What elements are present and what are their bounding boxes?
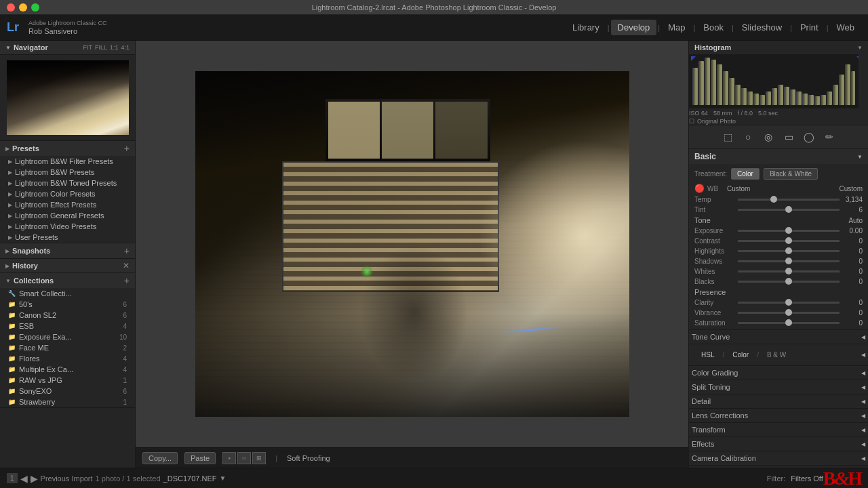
bw-label[interactable]: B & W (763, 350, 790, 360)
collection-canon-sl2[interactable]: 📁 Canon SL2 6 (0, 310, 135, 321)
nav-print[interactable]: Print (793, 20, 825, 35)
shadows-thumb[interactable] (785, 258, 792, 264)
clarity-slider[interactable] (738, 302, 840, 304)
maximize-button[interactable] (31, 3, 39, 12)
color-button[interactable]: Color (731, 168, 760, 180)
blacks-thumb[interactable] (785, 278, 792, 285)
preset-group-user[interactable]: ▶ User Presets (0, 232, 135, 243)
tint-slider[interactable] (738, 209, 840, 211)
collection-face-me[interactable]: 📁 Face ME 2 (0, 342, 135, 353)
preset-group-general[interactable]: ▶ Lightroom General Presets (0, 210, 135, 221)
collection-multiple[interactable]: 📁 Multiple Ex Ca... 4 (0, 364, 135, 375)
lens-corrections-section[interactable]: Lens Corrections ◀ (689, 409, 868, 423)
prev-photo-button[interactable]: ◀ (20, 473, 28, 484)
preset-group-video[interactable]: ▶ Lightroom Video Presets (0, 221, 135, 232)
collection-50s[interactable]: 📁 50's 6 (0, 299, 135, 310)
zoom-fill[interactable]: FILL (95, 44, 107, 51)
hsl-label[interactable]: HSL (697, 350, 718, 360)
collection-smart[interactable]: 🔧 Smart Collecti... (0, 288, 135, 299)
contrast-slider[interactable] (738, 240, 840, 242)
collection-raw-jpg[interactable]: 📁 RAW vs JPG 1 (0, 375, 135, 386)
photo-canvas[interactable] (195, 71, 629, 417)
preset-group-bwfilter[interactable]: ▶ Lightroom B&W Filter Presets (0, 156, 135, 167)
saturation-thumb[interactable] (785, 319, 792, 326)
transform-section[interactable]: Transform ◀ (689, 423, 868, 437)
collection-exposure[interactable]: 📁 Exposure Exa... 10 (0, 331, 135, 342)
zoom-4-1[interactable]: 4:1 (121, 44, 130, 51)
temp-slider[interactable] (738, 199, 840, 201)
hsl-section[interactable]: HSL / Color / B & W ◀ (689, 344, 868, 366)
nav-develop[interactable]: Develop (611, 20, 657, 35)
temp-thumb[interactable] (770, 196, 777, 203)
nav-book[interactable]: Book (696, 20, 730, 35)
highlights-slider[interactable] (738, 250, 840, 252)
contrast-thumb[interactable] (785, 237, 792, 244)
nav-map[interactable]: Map (661, 20, 692, 35)
zoom-fit[interactable]: FIT (83, 44, 92, 51)
split-toning-section[interactable]: Split Toning ◀ (689, 380, 868, 394)
nav-slideshow[interactable]: Slideshow (735, 20, 789, 35)
adjustment-brush-tool[interactable]: ✏ (822, 129, 837, 144)
close-button[interactable] (7, 3, 15, 12)
nav-web[interactable]: Web (830, 20, 862, 35)
presets-header[interactable]: ▶ Presets + (0, 141, 135, 156)
wb-eyedropper-icon[interactable]: 🔴 (694, 184, 705, 193)
blacks-slider[interactable] (738, 281, 840, 283)
tone-curve-section[interactable]: Tone Curve ◀ (689, 330, 868, 344)
preset-group-bwtoned[interactable]: ▶ Lightroom B&W Toned Presets (0, 178, 135, 188)
presets-add-button[interactable]: + (124, 143, 130, 154)
crop-tool[interactable]: ⬚ (720, 129, 735, 144)
survey-view-button[interactable]: ⊞ (252, 452, 266, 464)
preset-group-effect[interactable]: ▶ Lightroom Effect Presets (0, 199, 135, 210)
detail-section[interactable]: Detail ◀ (689, 394, 868, 409)
checkbox-icon[interactable]: ☐ (689, 118, 694, 125)
snapshots-header[interactable]: ▶ Snapshots + (0, 243, 135, 258)
graduated-filter-tool[interactable]: ▭ (781, 129, 796, 144)
vibrance-slider[interactable] (738, 312, 840, 314)
previous-import-label[interactable]: Previous Import (41, 474, 93, 483)
preset-group-color[interactable]: ▶ Lightroom Color Presets (0, 188, 135, 199)
nav-library[interactable]: Library (566, 20, 606, 35)
collections-add-button[interactable]: + (124, 275, 130, 286)
history-clear-button[interactable]: ✕ (123, 261, 130, 270)
compare-view-button[interactable]: ▫▫ (237, 452, 251, 464)
soft-proofing-label[interactable]: Soft Proofing (287, 454, 330, 462)
next-photo-button[interactable]: ▶ (31, 473, 38, 484)
bw-button[interactable]: Black & White (764, 168, 818, 180)
collection-esb[interactable]: 📁 ESB 4 (0, 321, 135, 331)
snapshots-add-button[interactable]: + (124, 245, 130, 256)
exposure-thumb[interactable] (785, 227, 792, 234)
radial-filter-tool[interactable]: ◯ (802, 129, 816, 144)
tint-thumb[interactable] (785, 206, 792, 213)
auto-button[interactable]: Auto (848, 217, 863, 224)
color-grading-section[interactable]: Color Grading ◀ (689, 366, 868, 380)
single-view-button[interactable]: ▪ (222, 452, 236, 464)
collection-flores[interactable]: 📁 Flores 4 (0, 353, 135, 364)
whites-slider[interactable] (738, 270, 840, 272)
navigator-thumbnail[interactable] (7, 60, 129, 135)
vibrance-thumb[interactable] (785, 309, 792, 316)
histogram-expand[interactable]: ▼ (857, 45, 863, 51)
history-header[interactable]: ▶ History ✕ (0, 259, 135, 272)
shadows-slider[interactable] (738, 260, 840, 262)
collections-header[interactable]: ▼ Collections + (0, 273, 135, 288)
red-eye-tool[interactable]: ◎ (761, 129, 776, 144)
preset-group-bw[interactable]: ▶ Lightroom B&W Presets (0, 167, 135, 178)
whites-thumb[interactable] (785, 268, 792, 274)
navigator-header[interactable]: ▼ Navigator FIT FILL 1:1 4:1 (0, 41, 135, 55)
highlights-thumb[interactable] (785, 247, 792, 254)
clarity-thumb[interactable] (785, 299, 792, 306)
filename-dropdown[interactable]: ▼ (219, 474, 226, 482)
camera-calibration-section[interactable]: Camera Calibration ◀ (689, 451, 868, 466)
color-label[interactable]: Color (728, 350, 753, 360)
zoom-1-1[interactable]: 1:1 (110, 44, 119, 51)
exposure-slider[interactable] (738, 230, 840, 232)
collection-sony[interactable]: 📁 SonyEXO 6 (0, 386, 135, 396)
copy-button[interactable]: Copy... (142, 452, 178, 464)
spot-heal-tool[interactable]: ○ (741, 129, 755, 144)
collection-strawberry[interactable]: 📁 Strawberry 1 (0, 396, 135, 407)
paste-button[interactable]: Paste (184, 452, 216, 464)
effects-section[interactable]: Effects ◀ (689, 437, 868, 451)
saturation-slider[interactable] (738, 322, 840, 324)
minimize-button[interactable] (19, 3, 27, 12)
